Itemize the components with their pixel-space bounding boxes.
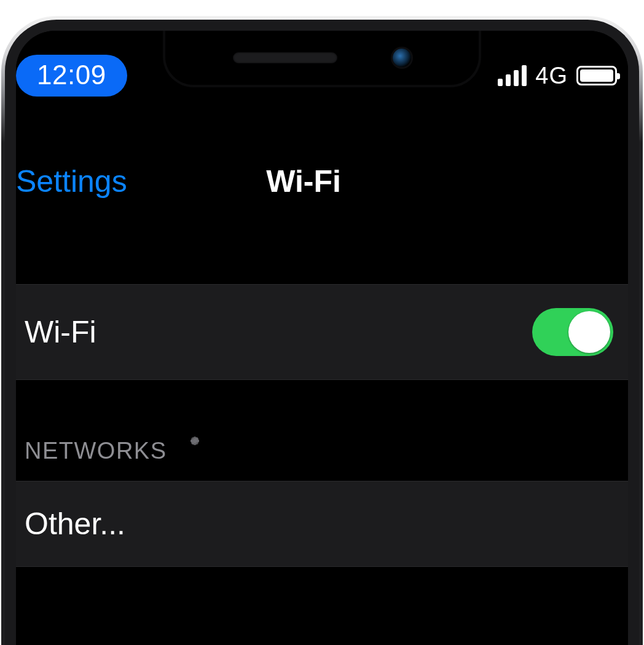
phone-frame-outer: 12:09 4G Settings Wi-Fi Wi — [1, 16, 643, 645]
phone-frame-inner: 12:09 4G Settings Wi-Fi Wi — [5, 20, 639, 645]
networks-section-header: NETWORKS — [25, 437, 209, 465]
page-title: Wi-Fi — [266, 164, 341, 199]
battery-icon — [576, 66, 617, 85]
wifi-toggle-row[interactable]: Wi-Fi — [16, 284, 628, 380]
device-notch — [165, 31, 479, 85]
loading-spinner-icon — [181, 437, 209, 465]
screen: 12:09 4G Settings Wi-Fi Wi — [16, 31, 628, 645]
other-network-row[interactable]: Other... — [16, 481, 628, 567]
cellular-signal-icon — [498, 65, 527, 86]
status-right-cluster: 4G — [498, 63, 617, 89]
wifi-toggle-label: Wi-Fi — [25, 314, 96, 350]
network-type-label: 4G — [535, 63, 568, 89]
back-button[interactable]: Settings — [16, 164, 127, 199]
speaker-grille-icon — [233, 52, 337, 63]
wifi-toggle-switch[interactable] — [532, 308, 613, 356]
nav-header: Settings Wi-Fi — [16, 148, 628, 215]
front-camera-icon — [393, 49, 411, 67]
other-network-label: Other... — [25, 506, 125, 542]
networks-header-label: NETWORKS — [25, 438, 167, 464]
status-time-pill[interactable]: 12:09 — [16, 55, 127, 97]
